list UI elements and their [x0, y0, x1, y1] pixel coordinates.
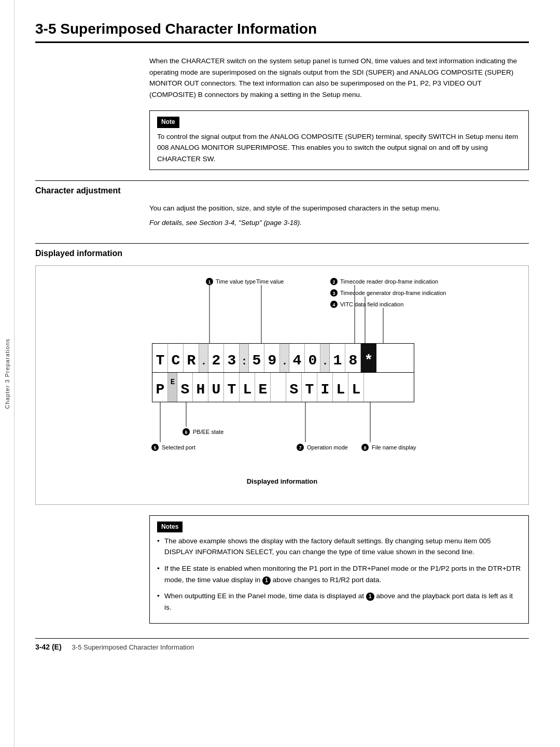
svg-text:Selected port: Selected port	[162, 444, 195, 450]
svg-text:8: 8	[363, 445, 366, 450]
svg-text:Time value type: Time value type	[216, 278, 256, 285]
svg-text::: :	[241, 356, 247, 368]
svg-text:5: 5	[153, 445, 156, 450]
svg-text:S: S	[181, 382, 190, 398]
svg-text:7: 7	[299, 445, 301, 450]
svg-text:Displayed information: Displayed information	[247, 477, 318, 485]
svg-text:File name display: File name display	[372, 444, 416, 450]
svg-text:T: T	[228, 382, 236, 398]
svg-rect-92	[271, 373, 286, 402]
list-item: If the EE state is enabled when monitori…	[157, 563, 521, 585]
svg-rect-71	[168, 373, 177, 402]
note-label: Note	[157, 117, 179, 128]
svg-text:Time value: Time value	[256, 278, 284, 285]
diagram-wrapper: 1 Time value type Time value 2 Timecode …	[35, 265, 529, 505]
svg-text:2: 2	[212, 353, 221, 369]
list-item: When outputting EE in the Panel mode, ti…	[157, 590, 521, 613]
svg-rect-66	[376, 344, 414, 373]
character-adjustment-section: Character adjustment You can adjust the …	[35, 180, 529, 228]
svg-text:.: .	[201, 356, 207, 368]
svg-text:L: L	[352, 382, 361, 398]
footer-section-title: 3-5 Superimposed Character Information	[72, 643, 194, 651]
svg-rect-109	[364, 373, 414, 402]
svg-text:H: H	[197, 382, 205, 398]
note-text: To control the signal output from the AN…	[157, 131, 521, 165]
svg-text:VITC data field indication: VITC data field indication	[340, 301, 403, 307]
page-footer: 3-42 (E) 3-5 Superimposed Character Info…	[35, 638, 529, 651]
list-item: The above example shows the display with…	[157, 535, 521, 558]
callout-1: 1	[262, 576, 271, 585]
notes-label: Notes	[157, 522, 183, 532]
note-box: Note To control the signal output from t…	[149, 110, 529, 170]
svg-text:I: I	[321, 382, 330, 398]
displayed-information-heading: Displayed information	[35, 243, 529, 258]
svg-text:E: E	[171, 378, 175, 386]
notes-list: The above example shows the display with…	[157, 535, 521, 613]
svg-text:T: T	[156, 353, 165, 369]
svg-text:T: T	[305, 382, 314, 398]
svg-text:2: 2	[332, 279, 335, 285]
svg-text:L: L	[337, 382, 345, 398]
svg-text:1: 1	[333, 353, 342, 369]
svg-text:.: .	[322, 356, 328, 368]
callout-1b: 1	[366, 593, 374, 601]
svg-text:Timecode generator drop-frame : Timecode generator drop-frame indication	[340, 290, 446, 296]
notes-box: Notes The above example shows the displa…	[149, 515, 529, 624]
intro-paragraph: When the CHARACTER switch on the system …	[149, 55, 529, 100]
svg-text:L: L	[243, 382, 252, 398]
svg-text:*: *	[365, 353, 373, 369]
character-adjustment-heading: Character adjustment	[35, 180, 529, 195]
svg-text:.: .	[282, 356, 288, 368]
svg-text:S: S	[290, 382, 299, 398]
svg-text:4: 4	[332, 302, 335, 307]
page-title: 3-5 Superimposed Character Information	[35, 21, 529, 43]
displayed-information-section: Displayed information 1 Time value type …	[35, 243, 529, 624]
svg-text:E: E	[259, 382, 268, 398]
char-adj-text: You can adjust the position, size, and s…	[149, 203, 529, 214]
svg-text:P: P	[156, 382, 165, 398]
svg-text:9: 9	[268, 353, 277, 369]
char-adj-italic: For details, see Section 3-4, "Setup" (p…	[149, 217, 529, 229]
svg-text:0: 0	[309, 353, 317, 369]
svg-text:8: 8	[349, 353, 358, 369]
svg-text:U: U	[212, 382, 221, 398]
svg-text:4: 4	[293, 353, 302, 369]
svg-text:6: 6	[185, 430, 187, 435]
svg-text:C: C	[172, 353, 180, 369]
svg-text:1: 1	[208, 279, 211, 285]
side-tab: Chapter 3 Preparations	[0, 0, 15, 747]
svg-text:R: R	[187, 353, 196, 369]
svg-text:3: 3	[332, 291, 335, 296]
side-tab-label: Chapter 3 Preparations	[4, 339, 10, 409]
svg-text:5: 5	[253, 353, 261, 369]
character-adjustment-body: You can adjust the position, size, and s…	[149, 203, 529, 228]
svg-text:PB/EE state: PB/EE state	[193, 429, 223, 435]
svg-text:Operation mode: Operation mode	[307, 444, 348, 450]
svg-text:3: 3	[228, 353, 236, 369]
svg-text:Timecode reader drop-frame ind: Timecode reader drop-frame indication	[340, 278, 438, 285]
diagram-svg: 1 Time value type Time value 2 Timecode …	[51, 276, 513, 494]
main-content: 3-5 Superimposed Character Information W…	[15, 0, 560, 747]
footer-page-number: 3-42 (E)	[35, 643, 62, 651]
